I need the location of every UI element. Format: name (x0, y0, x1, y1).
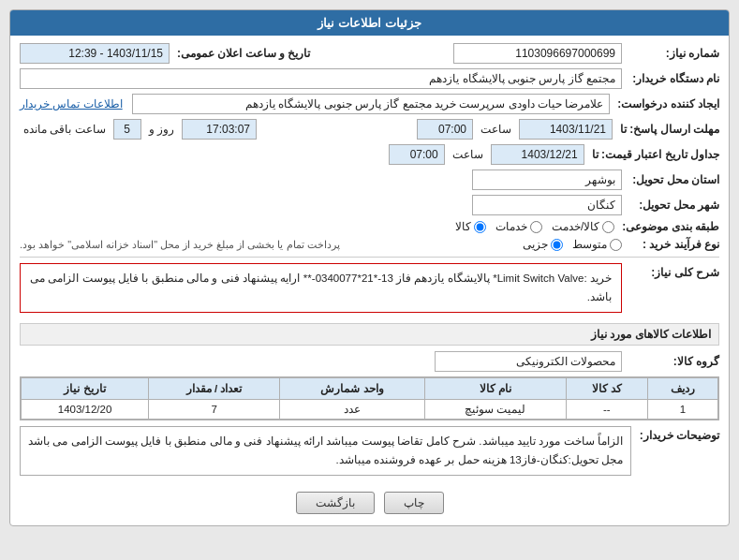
nam-dastgah-label: نام دستگاه خریدار: (626, 72, 719, 85)
ostan-value: بوشهر (472, 169, 622, 190)
col-radif: ردیف (647, 378, 717, 400)
radio-motavaset-label: متوسط (572, 238, 607, 251)
saaat2-value: 07:00 (389, 144, 445, 165)
date1-value: 1403/11/21 (519, 119, 613, 140)
sharh-content: خرید :Limit Switch Valve* پالایشگاه یازد… (20, 263, 622, 313)
col-nam-kala: نام کالا (424, 378, 566, 400)
tarikh-value: 1403/11/15 - 12:39 (20, 43, 170, 64)
sharh-label: شرح کلی نیاز: (626, 263, 719, 279)
date2-value: 1403/12/21 (491, 144, 584, 165)
radio-jozee-item: جزیی (523, 238, 563, 251)
buyer-desc: الزاماً ساخت مورد تایید میباشد. شرح کامل… (20, 426, 631, 476)
col-vahed: واحد شمارش (280, 378, 425, 400)
buttons-row: چاپ بازگشت (20, 486, 719, 518)
table-cell: لیمیت سوئیچ (424, 400, 566, 420)
tarikh-label: تاریخ و ساعت اعلان عمومی: (173, 47, 310, 60)
back-button[interactable]: بازگشت (296, 492, 375, 514)
print-button[interactable]: چاپ (384, 492, 444, 514)
radio-kala-khadamat-item: کالا/خدمت (552, 220, 614, 233)
radio-kala-item: کالا (455, 220, 486, 233)
table-cell: 7 (149, 400, 280, 420)
radio-kala-khadamat-label: کالا/خدمت (552, 220, 599, 233)
radio-kala-khadamat[interactable] (602, 221, 614, 233)
tabaghe-radio-group: کالا/خدمت خدمات کالا (455, 220, 614, 233)
radio-jozee[interactable] (551, 239, 563, 251)
shomara-niaz-label: شماره نیاز: (626, 47, 719, 60)
radio-kala-label: کالا (455, 220, 471, 233)
nav-farayand-radio-group: متوسط جزیی (523, 238, 622, 251)
grooh-kala-value: محصولات الکترونیکی (435, 351, 622, 372)
saaat-label: ساعت (480, 123, 511, 136)
saaat1-value: 07:00 (417, 119, 473, 140)
jadval-tarikh-label: جداول تاریخ اعتبار قیمت: تا (588, 148, 719, 161)
rooz-label: روز و (149, 123, 174, 136)
table-cell: 1403/12/20 (22, 400, 149, 420)
col-tedad: تعداد / مقدار (149, 378, 280, 400)
nam-dastgah-value: مجتمع گاز پارس جنوبی پالایشگاه یازدهم (20, 68, 622, 89)
radio-khadamat-item: خدمات (495, 220, 542, 233)
radio-jozee-label: جزیی (523, 238, 548, 251)
info-section-title: اطلاعات کالاهای مورد نیاز (20, 323, 719, 346)
table-row: 1--لیمیت سوئیچعدد71403/12/20 (22, 400, 718, 420)
shahr-value: کنگان (472, 195, 622, 215)
baqi-mande-value: 17:03:07 (182, 119, 257, 140)
nav-farayand-label: نوع فرآیند خرید : (626, 238, 719, 251)
radio-motavaset[interactable] (610, 239, 622, 251)
payment-note: پرداخت تمام یا بخشی از مبلغ خرید از محل … (20, 239, 340, 251)
table-cell: 1 (647, 400, 717, 420)
ettelaat-tamas-link[interactable]: اطلاعات تماس خریدار (20, 97, 123, 111)
ostan-label: استان محل تحویل: (626, 173, 719, 186)
radio-motavaset-item: متوسط (572, 238, 622, 251)
buyer-label: توضیحات خریدار: (635, 426, 719, 442)
baqi-label: ساعت باقی مانده (23, 123, 106, 136)
rooz-value: 5 (113, 119, 141, 140)
ijad-konande-value: علامرضا حیات داودی سرپرست خرید مجتمع گاز… (132, 94, 611, 114)
mohlet-ersal-label: مهلت ارسال پاسخ: تا (616, 123, 719, 136)
col-tarikh: تاریخ نیاز (22, 378, 149, 400)
tabaghe-label: طبقه بندی موضوعی: (618, 220, 719, 233)
table-cell: عدد (280, 400, 425, 420)
page-title: جزئیات اطلاعات نیاز (10, 10, 729, 36)
shomara-niaz-value: 1103096697000699 (453, 43, 622, 64)
saaat-label2: ساعت (452, 148, 483, 161)
col-kod-kala: کد کالا (566, 378, 647, 400)
radio-khadamat-label: خدمات (495, 220, 527, 233)
radio-khadamat[interactable] (530, 221, 542, 233)
grooh-kala-label: گروه کالا: (626, 355, 719, 368)
radio-kala[interactable] (474, 221, 486, 233)
ijad-konande-label: ایجاد کننده درخواست: (613, 97, 719, 111)
shahr-label: شهر محل تحویل: (626, 199, 719, 212)
kala-table: ردیف کد کالا نام کالا واحد شمارش تعداد /… (20, 376, 719, 420)
table-cell: -- (566, 400, 647, 420)
